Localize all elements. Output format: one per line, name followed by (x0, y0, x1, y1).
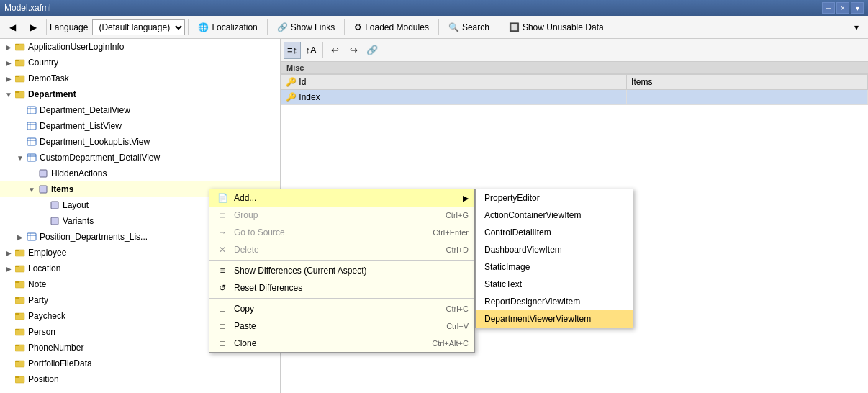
expand-icon[interactable] (37, 215, 49, 227)
tree-item[interactable]: ▼Department (0, 86, 280, 102)
expand-icon[interactable]: ▶ (3, 247, 14, 258)
show-unusable-button[interactable]: 🔲 Show Unusable Data (502, 18, 610, 37)
expand-icon[interactable] (14, 120, 26, 132)
back-button[interactable]: ◀ (3, 18, 22, 37)
forward-button[interactable]: ▶ (24, 18, 43, 37)
svg-rect-8 (27, 107, 36, 114)
expand-icon[interactable] (3, 294, 14, 306)
items-cell (627, 90, 868, 105)
svg-rect-36 (15, 313, 19, 315)
submenu-item-action_container[interactable]: ActionContainerViewItem (476, 207, 633, 224)
menu-item-label: Show Differences (Current Aspect) (234, 266, 469, 276)
menu-item-shortcut: Ctrl+G (446, 211, 469, 220)
tree-item[interactable]: Department_ListView (0, 118, 280, 134)
tree-item[interactable]: HiddenActions (0, 166, 280, 181)
menu-item-label: Add... (234, 193, 456, 203)
expand-icon[interactable] (3, 326, 14, 338)
separator-p1 (322, 42, 323, 58)
menu-item-icon: □ (215, 302, 230, 316)
overflow-button[interactable]: ▾ (848, 18, 865, 37)
tree-item[interactable]: Department_LookupListView (0, 134, 280, 150)
submenu-item-dashboard[interactable]: DashboardViewItem (476, 241, 633, 258)
tree-item-label: Note (28, 279, 46, 289)
submenu-item-label: ReportDesignerViewItem (484, 297, 580, 307)
submenu-item-label: StaticImage (484, 262, 530, 272)
pin-button[interactable]: ─ (822, 2, 835, 14)
expand-icon[interactable]: ▶ (14, 231, 26, 243)
context-menu-item-add[interactable]: 📄Add...▶ (209, 189, 474, 207)
expand-icon[interactable] (14, 104, 26, 116)
submenu-item-label: DashboardViewItem (484, 245, 562, 255)
undo-button[interactable]: ↩ (326, 42, 343, 59)
menu-item-icon: ✕ (215, 243, 230, 257)
menu-item-icon: → (215, 225, 230, 240)
context-menu-item-show_diff[interactable]: ≡Show Differences (Current Aspect) (209, 262, 474, 279)
svg-rect-5 (15, 76, 19, 77)
title-bar: Model.xafml ─ × ▾ (0, 0, 868, 16)
expand-icon[interactable] (3, 374, 14, 385)
globe-icon: 🌐 (198, 22, 209, 32)
redo-button[interactable]: ↪ (345, 42, 362, 59)
expand-icon[interactable] (3, 310, 14, 322)
table-row[interactable]: 🔑 Index (281, 90, 868, 105)
submenu-item-dept_viewer[interactable]: DepartmentViewerViewItem (476, 310, 633, 328)
tree-item-label: Position (28, 374, 59, 384)
expand-icon[interactable] (3, 279, 14, 290)
context-menu-item-copy[interactable]: □CopyCtrl+C (209, 300, 474, 317)
submenu-item-static_text[interactable]: StaticText (476, 276, 633, 293)
tree-item[interactable]: Position (0, 371, 280, 387)
submenu-item-static_image[interactable]: StaticImage (476, 258, 633, 276)
misc-label: Misc (286, 63, 304, 72)
sub-context-menu: PropertyEditorActionContainerViewItemCon… (475, 189, 633, 328)
context-menu-item-clone[interactable]: □CloneCtrl+Alt+C (209, 335, 474, 352)
expand-icon[interactable]: ▶ (3, 57, 14, 68)
folder-icon (14, 41, 26, 53)
tree-item-label: Person (28, 327, 55, 337)
tree-item-label: Department_LookupListView (40, 137, 150, 147)
more-button[interactable]: ▾ (851, 2, 864, 14)
folder-icon (14, 279, 26, 290)
expand-icon[interactable] (3, 358, 14, 369)
expand-icon[interactable]: ▼ (3, 89, 14, 100)
show-links-button[interactable]: 🔗 Show Links (271, 18, 341, 37)
loaded-modules-button[interactable]: ⚙ Loaded Modules (348, 18, 435, 37)
toolbar: ◀ ▶ Language (Default language) 🌐 Locali… (0, 16, 868, 39)
expand-icon[interactable]: ▶ (3, 41, 14, 53)
localization-button[interactable]: 🌐 Localization (191, 18, 263, 37)
submenu-item-report_designer[interactable]: ReportDesignerViewItem (476, 293, 633, 310)
expand-icon[interactable] (26, 168, 37, 179)
language-select[interactable]: (Default language) (92, 19, 185, 35)
sort-alpha-button[interactable]: ↕A (302, 42, 320, 59)
context-menu-item-paste[interactable]: □PasteCtrl+V (209, 317, 474, 335)
sort-category-button[interactable]: ≡↕ (284, 42, 301, 59)
tree-item[interactable]: ▼CustomDepartment_DetailView (0, 150, 280, 166)
folder-icon (14, 358, 26, 369)
tree-item[interactable]: ▶ApplicationUserLoginInfo (0, 39, 280, 55)
expand-icon[interactable]: ▶ (3, 73, 14, 84)
svg-rect-17 (27, 154, 36, 161)
key-icon: 🔑 (286, 92, 297, 102)
menu-item-icon: □ (215, 336, 230, 351)
tree-item[interactable]: Department_DetailView (0, 102, 280, 118)
submenu-item-control_detail[interactable]: ControlDetailItem (476, 224, 633, 241)
table-icon (26, 231, 37, 243)
expand-icon[interactable]: ▶ (3, 263, 14, 274)
context-menu-item-reset_diff[interactable]: ↺Reset Differences (209, 279, 474, 297)
tree-item[interactable]: ▶Country (0, 55, 280, 71)
search-button[interactable]: 🔍 Search (442, 18, 496, 37)
tree-item[interactable]: PortfolioFileData (0, 356, 280, 371)
folder-icon (14, 57, 26, 68)
expand-icon[interactable] (3, 342, 14, 353)
expand-icon[interactable]: ▼ (26, 184, 37, 195)
expand-icon[interactable]: ▼ (14, 152, 26, 163)
tree-item-label: Items (51, 184, 73, 194)
expand-icon[interactable] (14, 136, 26, 148)
close-button[interactable]: × (836, 2, 849, 14)
expand-icon[interactable] (37, 199, 49, 211)
submenu-item-property_editor[interactable]: PropertyEditor (476, 189, 633, 207)
svg-rect-7 (15, 91, 19, 93)
folder-icon (14, 374, 26, 385)
tree-item-label: CustomDepartment_DetailView (40, 153, 160, 163)
tree-item[interactable]: ▶DemoTask (0, 71, 280, 86)
link-button[interactable]: 🔗 (363, 42, 381, 59)
